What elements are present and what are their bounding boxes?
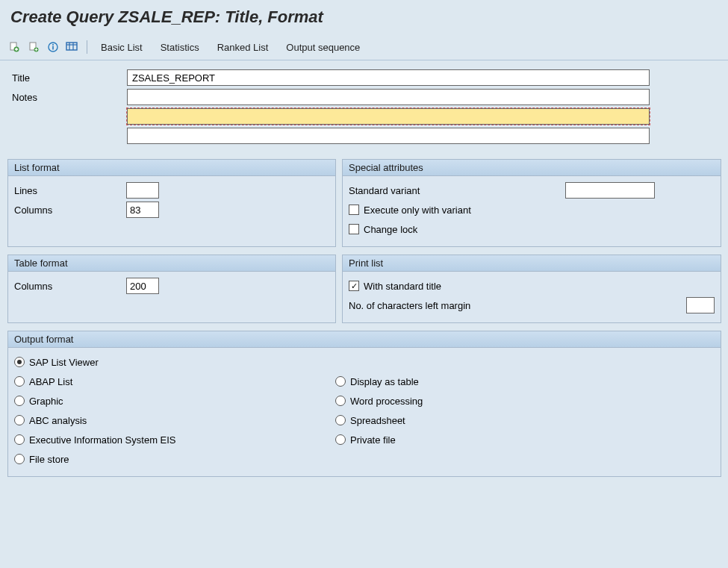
form-area: Title Notes	[0, 60, 728, 159]
output-radio-abap-list[interactable]	[14, 376, 25, 387]
basic-list-button[interactable]: Basic List	[93, 40, 150, 54]
print-list-panel: Print list ✓ With standard title No. of …	[342, 255, 721, 323]
output-radio-eis[interactable]	[14, 434, 25, 445]
lines-input[interactable]	[126, 182, 159, 199]
left-margin-input[interactable]	[686, 297, 715, 313]
output-label: Private file	[350, 434, 396, 446]
notes-input-2[interactable]	[127, 108, 650, 125]
notes-label: Notes	[7, 92, 127, 103]
notes-input-1[interactable]	[127, 89, 650, 105]
lines-label: Lines	[14, 185, 126, 196]
ranked-list-button[interactable]: Ranked List	[210, 40, 276, 54]
layout-icon[interactable]	[64, 39, 81, 55]
output-label: Display as table	[350, 376, 419, 387]
special-attributes-panel: Special attributes Standard variant Exec…	[342, 159, 721, 247]
tf-columns-label: Columns	[14, 281, 126, 292]
list-format-header: List format	[8, 160, 335, 176]
list-format-panel: List format Lines Columns	[7, 159, 336, 247]
exec-only-checkbox[interactable]	[349, 205, 359, 215]
change-lock-label: Change lock	[364, 224, 417, 235]
special-attributes-header: Special attributes	[343, 160, 721, 176]
left-margin-label: No. of characters left margin	[349, 300, 565, 311]
print-list-header: Print list	[343, 255, 721, 272]
output-radio-display-table[interactable]	[335, 376, 346, 387]
std-variant-input[interactable]	[565, 182, 655, 199]
svg-rect-5	[52, 46, 54, 50]
title-label: Title	[7, 72, 127, 84]
output-label: Executive Information System EIS	[29, 434, 176, 446]
tf-columns-input[interactable]	[126, 278, 159, 294]
svg-rect-7	[66, 43, 77, 50]
lf-columns-input[interactable]	[126, 202, 159, 218]
output-label: File store	[29, 454, 69, 465]
std-variant-label: Standard variant	[349, 185, 565, 196]
output-radio-word[interactable]	[335, 396, 346, 406]
svg-point-6	[52, 44, 54, 46]
output-radio-spreadsheet[interactable]	[335, 415, 346, 425]
create-doc-icon[interactable]	[25, 39, 42, 55]
title-input[interactable]	[127, 69, 650, 86]
output-label: Graphic	[29, 396, 63, 407]
toolbar: Basic List Statistics Ranked List Output…	[0, 37, 728, 60]
output-radio-sap-list-viewer[interactable]	[14, 357, 25, 367]
output-radio-file-store[interactable]	[14, 454, 25, 464]
output-format-panel: Output format SAP List Viewer ABAP List …	[7, 331, 721, 477]
notes-input-3[interactable]	[127, 128, 650, 144]
output-radio-abc[interactable]	[14, 415, 25, 425]
lf-columns-label: Columns	[14, 205, 126, 216]
change-lock-checkbox[interactable]	[349, 224, 359, 234]
output-label: SAP List Viewer	[29, 357, 99, 368]
output-label: ABC analysis	[29, 415, 87, 426]
table-format-panel: Table format Columns	[7, 255, 336, 323]
separator	[87, 40, 87, 54]
create-icon[interactable]	[6, 39, 22, 55]
table-format-header: Table format	[8, 255, 335, 272]
statistics-button[interactable]: Statistics	[153, 40, 207, 54]
panels-grid: List format Lines Columns Special attrib…	[0, 159, 728, 477]
output-radio-graphic[interactable]	[14, 396, 25, 406]
output-radio-private-file[interactable]	[335, 434, 346, 445]
output-label: ABAP List	[29, 376, 72, 387]
page-title: Create Query ZSALE_REP: Title, Format	[0, 0, 728, 37]
exec-only-label: Execute only with variant	[364, 205, 471, 216]
output-format-header: Output format	[8, 331, 721, 348]
output-sequence-button[interactable]: Output sequence	[279, 40, 367, 54]
output-label: Spreadsheet	[350, 415, 405, 426]
info-icon[interactable]	[45, 39, 61, 55]
output-label: Word processing	[350, 396, 423, 407]
with-std-title-checkbox[interactable]: ✓	[349, 281, 359, 291]
with-std-title-label: With standard title	[364, 281, 441, 292]
